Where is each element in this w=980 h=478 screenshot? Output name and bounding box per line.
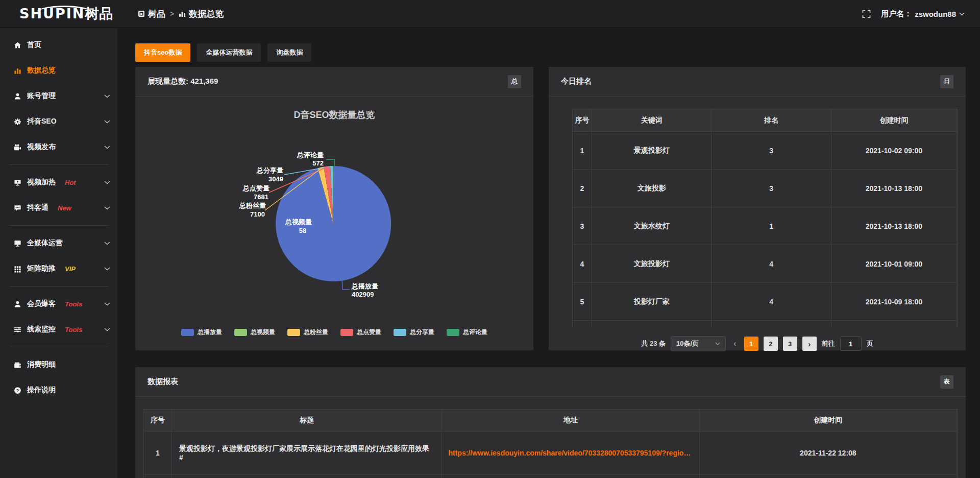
fullscreen-icon[interactable] <box>862 10 871 18</box>
sidebar-item-label: 消费明细 <box>27 360 56 369</box>
cell-rank: 1 <box>712 207 831 245</box>
main-content: 抖音seo数据 全媒体运营数据 询盘数据 展现量总数: 421,369 总 D音… <box>117 28 980 478</box>
sidebar-divider <box>9 164 108 165</box>
sidebar-item-video-publish[interactable]: 视频发布 <box>0 134 117 160</box>
cell-rank: 4 <box>712 245 831 283</box>
table-badge-button[interactable]: 表 <box>940 375 953 389</box>
cell-keyword: 投影灯厂家 <box>592 283 712 321</box>
breadcrumb-separator: > <box>170 10 174 18</box>
cell-index: 3 <box>573 207 592 245</box>
chevron-down-icon <box>104 302 110 306</box>
table-row: 2 文旅投影 3 2021-10-13 18:00 <box>573 170 957 207</box>
legend-item-comments[interactable]: 总评论量 <box>447 328 487 337</box>
sidebar-item-account[interactable]: 账号管理 <box>0 83 117 109</box>
goto-label: 前往 <box>822 339 835 348</box>
seo-chart-panel: 展现量总数: 421,369 总 D音SEO数据量总览 <box>135 67 533 350</box>
sidebar-item-label: 抖音SEO <box>27 117 57 126</box>
col-header: 创建时间 <box>700 410 957 432</box>
video-camera-icon <box>14 144 21 151</box>
sidebar-item-consumption-detail[interactable]: 消费明细 <box>0 352 117 377</box>
goto-page-input[interactable] <box>840 337 862 351</box>
tab-douyin-seo-data[interactable]: 抖音seo数据 <box>135 43 190 62</box>
cell-index: 5 <box>573 283 592 321</box>
table-row-partial <box>573 321 957 327</box>
prev-page-button[interactable]: ‹ <box>731 339 739 349</box>
tab-inquiry-data[interactable]: 询盘数据 <box>267 43 311 62</box>
legend-item-videos[interactable]: 总视频量 <box>234 328 275 337</box>
label-likes-name: 总点赞量 <box>242 184 270 192</box>
video-link[interactable]: https://www.iesdouyin.com/share/video/70… <box>448 449 691 457</box>
table-row: 3 文旅水纹灯 1 2021-10-13 18:00 <box>573 207 957 245</box>
ranking-panel-title: 今日排名 <box>561 77 592 86</box>
label-comments-name: 总评论量 <box>297 151 324 159</box>
page-button-2[interactable]: 2 <box>764 337 778 351</box>
sidebar-item-label: 线索监控 <box>27 325 56 334</box>
question-icon: ? <box>14 387 21 394</box>
chevron-down-icon <box>104 120 110 124</box>
sidebar-item-media-operation[interactable]: 全媒体运营 <box>0 230 117 256</box>
breadcrumb-current-label: 数据总览 <box>189 8 224 20</box>
screen-play-icon <box>14 179 21 186</box>
breadcrumb-root[interactable]: 树品 <box>138 8 165 20</box>
page-button-3[interactable]: 3 <box>783 337 797 351</box>
next-page-button[interactable]: › <box>802 337 817 351</box>
sidebar-item-douyin-seo[interactable]: 抖音SEO <box>0 109 117 134</box>
sidebar-item-home[interactable]: 首页 <box>0 32 117 58</box>
chevron-down-icon <box>959 12 965 16</box>
cell-url: https://www.iesdouyin.com/share/video/70… <box>442 432 699 475</box>
sidebar-divider <box>9 286 108 286</box>
sidebar-item-douketong[interactable]: 抖客通 New <box>0 195 117 221</box>
cell-rank: 4 <box>712 283 831 321</box>
legend-item-likes[interactable]: 总点赞量 <box>340 328 381 337</box>
breadcrumb-current[interactable]: 数据总览 <box>179 8 224 20</box>
grid-icon <box>14 265 21 273</box>
tab-media-operation-data[interactable]: 全媒体运营数据 <box>197 43 261 62</box>
legend-swatch <box>181 329 194 336</box>
report-table: 序号 标题 地址 创建时间 1 景观投影灯，夜游景观投影灯厂家展示展示落花灯在花… <box>143 409 958 478</box>
chevron-down-icon <box>104 94 110 98</box>
sidebar-item-video-heat[interactable]: 视频加热 Hot <box>0 170 117 195</box>
hot-badge: Hot <box>65 179 76 186</box>
label-play-value: 402909 <box>352 291 374 298</box>
daily-badge-button[interactable]: 日 <box>940 75 953 88</box>
table-row: 1 景观投影灯 3 2021-10-02 09:00 <box>573 132 957 170</box>
page-button-1[interactable]: 1 <box>744 337 758 351</box>
page-size-select[interactable]: 10条/页 <box>671 336 726 351</box>
user-menu[interactable]: 用户名： zswodun88 <box>881 9 965 19</box>
legend-item-play[interactable]: 总播放量 <box>181 328 222 337</box>
label-shares-name: 总分享量 <box>256 166 283 174</box>
cell-rank: 3 <box>712 170 831 207</box>
sidebar-item-label: 数据总览 <box>27 66 56 75</box>
impressions-total-label: 展现量总数: 421,369 <box>148 77 218 86</box>
username-label: 用户名： <box>881 9 912 19</box>
breadcrumb: 树品 > 数据总览 <box>138 8 224 20</box>
goto-unit: 页 <box>867 339 873 348</box>
sidebar-item-member-burst[interactable]: 会员爆客 Tools <box>0 291 117 317</box>
legend-item-fans[interactable]: 总粉丝量 <box>287 328 328 337</box>
home-icon <box>14 41 21 49</box>
label-play-name: 总播放量 <box>351 282 378 290</box>
legend-label: 总点赞量 <box>357 328 381 337</box>
legend-label: 总粉丝量 <box>304 328 328 337</box>
sidebar-item-clue-monitor[interactable]: 线索监控 Tools <box>0 317 117 342</box>
cell-time: 2021-10-09 18:00 <box>831 283 957 321</box>
vip-badge: VIP <box>65 265 76 273</box>
pie-chart: D音SEO数据量总览 总评论量 572 <box>135 97 533 350</box>
sidebar-item-instructions[interactable]: ? 操作说明 <box>0 377 117 403</box>
sidebar-item-label: 矩阵助推 <box>27 264 56 273</box>
chevron-down-icon <box>104 328 110 331</box>
sliders-icon <box>14 326 21 333</box>
bar-chart-icon <box>14 67 21 75</box>
table-row: 5 投影灯厂家 4 2021-10-09 18:00 <box>573 283 957 321</box>
chevron-down-icon <box>104 242 110 245</box>
user-icon <box>14 300 21 308</box>
tools-badge: Tools <box>65 326 82 333</box>
legend-item-shares[interactable]: 总分享量 <box>394 328 434 337</box>
sidebar-item-data-overview[interactable]: 数据总览 <box>0 58 117 83</box>
total-badge-button[interactable]: 总 <box>508 75 521 88</box>
leader-comments <box>326 159 334 166</box>
legend-label: 总分享量 <box>410 328 434 337</box>
sidebar-item-matrix-boost[interactable]: 矩阵助推 VIP <box>0 256 117 281</box>
label-shares-value: 3049 <box>268 175 283 183</box>
breadcrumb-root-label: 树品 <box>148 8 165 20</box>
